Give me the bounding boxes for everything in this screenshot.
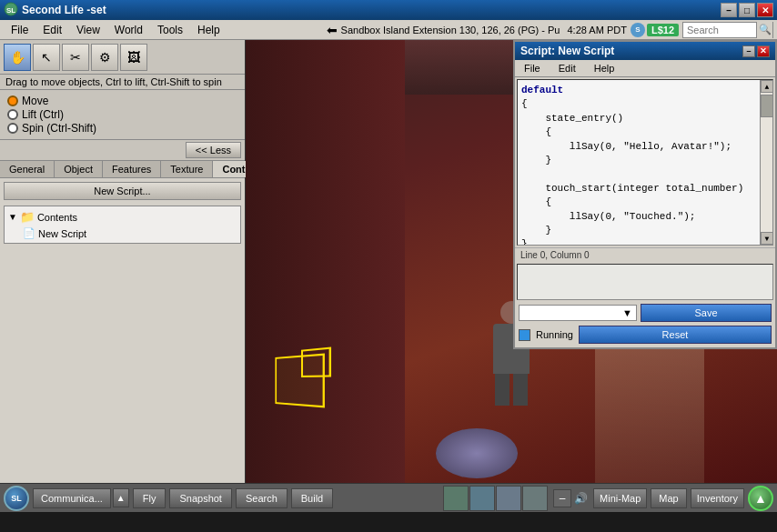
radio-move-dot	[7, 95, 18, 106]
radio-move-label: Move	[22, 95, 48, 107]
tab-general[interactable]: General	[0, 161, 55, 177]
script-menu-help[interactable]: Help	[585, 61, 624, 75]
new-script-btn[interactable]: New Script...	[4, 182, 241, 200]
code-content: default { state_entry() { llSay(0, "Hell…	[521, 84, 758, 246]
location-text: Sandbox Island Extension 130, 126, 26 (P…	[341, 25, 560, 35]
communicate-arrow[interactable]: ▲	[113, 488, 129, 507]
code-line-9: {	[521, 196, 758, 209]
svg-text:SL: SL	[6, 6, 15, 15]
menu-world[interactable]: World	[107, 22, 150, 38]
code-editor[interactable]: ▲ ▼ default { state_entry() { llSay(0, "…	[517, 79, 773, 246]
menu-file[interactable]: File	[4, 22, 35, 38]
tab-texture[interactable]: Texture	[161, 161, 213, 177]
code-line-7	[521, 167, 758, 181]
radio-spin[interactable]: Spin (Ctrl-Shift)	[7, 122, 237, 135]
script-label: New Script	[38, 228, 86, 239]
running-label: Running	[536, 329, 573, 340]
reset-btn[interactable]: Reset	[579, 326, 772, 344]
script-icon: 📄	[23, 227, 35, 239]
green-orb[interactable]: ▲	[748, 486, 773, 511]
build-btn[interactable]: Build	[291, 488, 333, 508]
script-minimize-btn[interactable]: –	[742, 45, 755, 57]
code-line-4: {	[521, 125, 758, 139]
menu-view[interactable]: View	[69, 22, 107, 38]
tool-create[interactable]: ⚙	[91, 44, 118, 71]
close-btn[interactable]: ✕	[757, 3, 773, 17]
code-line-6: }	[521, 154, 758, 167]
code-line-10: llSay(0, "Touched.");	[521, 210, 758, 224]
minimap-btn[interactable]: Mini-Map	[593, 488, 647, 508]
navigation-arrow[interactable]: ⬅	[327, 23, 338, 37]
radio-spin-label: Spin (Ctrl-Shift)	[22, 122, 96, 135]
character-leg-left	[495, 374, 510, 406]
radio-spin-dot	[7, 123, 18, 134]
script-dropdown[interactable]: ▼	[519, 305, 637, 321]
map-icon-1	[443, 486, 469, 511]
script-menu: File Edit Help	[515, 60, 775, 77]
scroll-thumb[interactable]	[761, 95, 773, 117]
search-icon[interactable]: 🔍	[756, 22, 772, 38]
menu-edit[interactable]: Edit	[35, 22, 69, 38]
code-line-8: touch_start(integer total_number)	[521, 182, 758, 196]
status-line: Line 0, Column 0	[515, 247, 775, 262]
time-display: 4:28 AM PDT	[568, 25, 627, 35]
fly-btn[interactable]: Fly	[133, 488, 166, 508]
tab-object[interactable]: Object	[55, 161, 103, 177]
minimize-btn[interactable]: –	[721, 3, 737, 17]
dropdown-arrow: ▼	[622, 307, 632, 318]
snapshot-btn[interactable]: Snapshot	[169, 488, 231, 508]
app-title: Second Life -set	[22, 4, 106, 16]
code-line-2: {	[521, 97, 758, 111]
search-btn[interactable]: Search	[236, 488, 288, 508]
menu-help[interactable]: Help	[190, 22, 227, 38]
left-panel: ✋ ↖ ✂ ⚙ 🖼 Drag to move objects, Ctrl to …	[0, 40, 246, 483]
scroll-down-btn[interactable]: ▼	[761, 232, 773, 245]
radio-lift-dot	[7, 109, 18, 120]
tool-select[interactable]: ✋	[4, 44, 31, 71]
output-area	[517, 264, 773, 300]
less-btn[interactable]: << Less	[186, 142, 241, 158]
communicate-btn[interactable]: Communica...	[33, 488, 111, 508]
scroll-up-btn[interactable]: ▲	[761, 80, 773, 93]
radio-lift[interactable]: Lift (Ctrl)	[7, 108, 237, 121]
script-dialog-title: Script: New Script – ✕	[515, 42, 775, 60]
script-close-btn[interactable]: ✕	[757, 45, 770, 57]
save-btn[interactable]: Save	[641, 304, 772, 322]
vol-minus[interactable]: –	[553, 489, 571, 507]
contents-tree: ▼ 📁 Contents 📄 New Script	[4, 206, 241, 244]
currency-icon: S	[631, 23, 645, 37]
expand-icon: ▼	[8, 212, 17, 222]
map-icon-4	[522, 486, 548, 511]
money-display: L$12	[647, 24, 679, 36]
viewport[interactable]: 祈??中國 caimouse Aichi Script: New Script …	[246, 40, 777, 483]
map-icon-3	[496, 486, 521, 511]
volume-controls: – 🔊	[553, 489, 588, 507]
tree-item[interactable]: 📄 New Script	[6, 226, 238, 241]
radio-move[interactable]: Move	[7, 95, 237, 107]
inventory-btn[interactable]: Inventory	[691, 488, 744, 508]
script-menu-file[interactable]: File	[515, 61, 550, 75]
tool-move[interactable]: ↖	[33, 44, 60, 71]
menu-bar: File Edit View World Tools Help ⬅ Sandbo…	[0, 20, 777, 40]
code-line-12: }	[521, 237, 758, 246]
character-legs	[484, 374, 539, 406]
character-leg-right	[513, 374, 528, 406]
folder-icon: 📁	[20, 210, 35, 224]
floor-coin	[436, 428, 518, 478]
code-scrollbar[interactable]: ▲ ▼	[760, 80, 772, 245]
search-bar[interactable]: 🔍	[682, 22, 773, 38]
app-icon: SL	[4, 2, 18, 19]
tree-folder-header[interactable]: ▼ 📁 Contents	[6, 208, 238, 226]
tool-edit[interactable]: ✂	[62, 44, 89, 71]
menu-tools[interactable]: Tools	[150, 22, 190, 38]
maximize-btn[interactable]: □	[739, 3, 755, 17]
map-btn[interactable]: Map	[651, 488, 686, 508]
sl-orb[interactable]: SL	[4, 486, 29, 511]
script-menu-edit[interactable]: Edit	[550, 61, 585, 75]
search-input[interactable]	[683, 25, 756, 35]
tab-features[interactable]: Features	[103, 161, 161, 177]
box-object	[275, 354, 325, 408]
running-checkbox[interactable]	[519, 329, 530, 341]
folder-label: Contents	[37, 212, 77, 223]
tool-land[interactable]: 🖼	[120, 44, 147, 71]
